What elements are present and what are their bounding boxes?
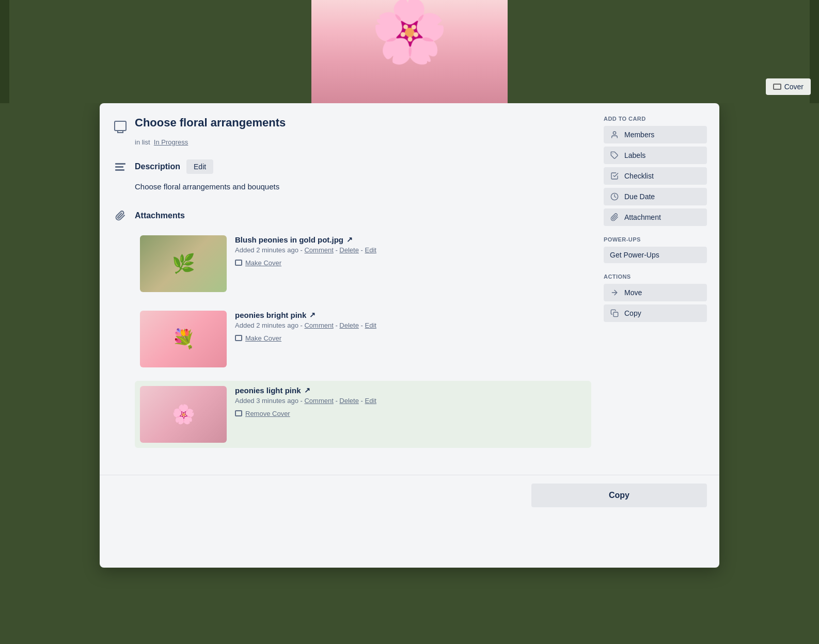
checklist-button[interactable]: Checklist [604, 167, 707, 185]
attachments-section: Attachments Blush peonies in gold pot.jp… [112, 207, 591, 448]
attachments-header: Attachments [112, 207, 591, 224]
checklist-label: Checklist [624, 172, 654, 180]
bg-left [0, 0, 9, 103]
external-link-icon-2: ↗ [309, 311, 316, 319]
monitor-small-icon [773, 84, 781, 90]
svg-rect-4 [613, 312, 618, 317]
external-link-icon-3: ↗ [304, 386, 310, 394]
edit-link-2[interactable]: Edit [365, 321, 376, 329]
description-icon [112, 158, 129, 175]
labels-label: Labels [624, 151, 645, 159]
edit-link-3[interactable]: Edit [365, 397, 376, 405]
attachment-info-1: Blush peonies in gold pot.jpg ↗ Added 2 … [235, 235, 586, 267]
comment-link-3[interactable]: Comment [304, 397, 333, 405]
attachment-sidebar-icon [610, 213, 619, 222]
comment-link-2[interactable]: Comment [304, 321, 333, 329]
actions-label: ACTIONS [604, 273, 707, 280]
attachment-button[interactable]: Attachment [604, 208, 707, 226]
modal-overlay: Cover Choose floral arrangements in list… [0, 0, 819, 644]
cover-button-label: Cover [784, 83, 804, 91]
modal-sidebar: ADD TO CARD Members [604, 116, 707, 462]
attachment-name-3: peonies light pink ↗ [235, 386, 586, 395]
make-cover-btn-1[interactable]: Make Cover [235, 259, 281, 267]
attachment-info-3: peonies light pink ↗ Added 3 minutes ago… [235, 386, 586, 417]
copy-button[interactable]: Copy [604, 304, 707, 322]
description-section: Description Edit Choose floral arrangeme… [112, 158, 591, 193]
card-type-icon [112, 118, 129, 134]
comment-link-1[interactable]: Comment [304, 246, 333, 254]
monitor-icon [114, 121, 127, 131]
attachment-label: Attachment [624, 213, 661, 221]
description-title: Description [135, 162, 180, 171]
edit-link-1[interactable]: Edit [365, 246, 376, 254]
cover-icon-3 [235, 410, 242, 416]
add-to-card-label: ADD TO CARD [604, 116, 707, 122]
copy-icon [610, 309, 619, 318]
remove-cover-btn-3[interactable]: Remove Cover [235, 410, 290, 417]
attachments-title: Attachments [135, 211, 185, 220]
delete-link-1[interactable]: Delete [339, 246, 359, 254]
get-power-ups-button[interactable]: Get Power-Ups [604, 247, 707, 263]
members-label: Members [624, 131, 654, 139]
label-icon [610, 151, 619, 160]
delete-link-2[interactable]: Delete [339, 321, 359, 329]
paperclip-icon [115, 211, 125, 221]
power-ups-label: POWER-UPS [604, 236, 707, 243]
attachment-name-1: Blush peonies in gold pot.jpg ↗ [235, 235, 586, 244]
attachment-name-2: peonies bright pink ↗ [235, 311, 586, 319]
move-button[interactable]: Move [604, 284, 707, 301]
members-button[interactable]: Members [604, 126, 707, 143]
list-name-link[interactable]: In Progress [154, 138, 188, 146]
cover-area: Cover [0, 0, 819, 103]
description-text: Choose floral arrangements and bouquets [135, 181, 591, 193]
card-title-area: Choose floral arrangements [112, 116, 591, 134]
attachment-info-2: peonies bright pink ↗ Added 2 minutes ag… [235, 311, 586, 342]
attachment-item: Blush peonies in gold pot.jpg ↗ Added 2 … [135, 230, 591, 297]
checklist-icon [610, 171, 619, 181]
cover-icon-1 [235, 260, 242, 266]
copy-big-button[interactable]: Copy [531, 484, 707, 507]
copy-sidebar-label: Copy [624, 309, 641, 317]
attachment-meta-3: Added 3 minutes ago - Comment - Delete -… [235, 397, 586, 405]
move-icon [610, 288, 619, 297]
make-cover-btn-2[interactable]: Make Cover [235, 334, 281, 342]
card-list-info: in list In Progress [135, 138, 591, 146]
modal-main: Choose floral arrangements in list In Pr… [112, 116, 604, 462]
description-header: Description Edit [112, 158, 591, 175]
attachment-thumb-1[interactable] [140, 235, 227, 292]
labels-button[interactable]: Labels [604, 147, 707, 164]
get-power-ups-label: Get Power-Ups [610, 251, 659, 259]
paperclip-svg [115, 210, 125, 221]
attachment-thumb-3[interactable] [140, 386, 227, 443]
edit-description-button[interactable]: Edit [186, 159, 213, 174]
bottom-copy-area: Copy [100, 475, 719, 516]
attachment-item-3: peonies light pink ↗ Added 3 minutes ago… [135, 381, 591, 448]
svg-point-0 [613, 132, 616, 134]
due-date-label: Due Date [624, 192, 655, 201]
attachment-meta-1: Added 2 minutes ago - Comment - Delete -… [235, 246, 586, 254]
cover-button[interactable]: Cover [766, 78, 811, 95]
modal-card: Choose floral arrangements in list In Pr… [100, 103, 719, 568]
external-link-icon-1: ↗ [346, 235, 353, 244]
due-date-button[interactable]: Due Date [604, 188, 707, 205]
modal-body: Choose floral arrangements in list In Pr… [100, 103, 719, 475]
attachments-icon [112, 207, 129, 224]
attachment-list: Blush peonies in gold pot.jpg ↗ Added 2 … [135, 230, 591, 448]
clock-icon [610, 192, 619, 201]
member-icon [610, 130, 619, 139]
in-list-prefix: in list [135, 138, 150, 146]
attachment-item-2: peonies bright pink ↗ Added 2 minutes ag… [135, 305, 591, 373]
lines-icon [115, 163, 125, 171]
move-label: Move [624, 288, 642, 297]
card-title: Choose floral arrangements [135, 116, 286, 131]
attachment-meta-2: Added 2 minutes ago - Comment - Delete -… [235, 321, 586, 329]
bg-right [810, 0, 819, 103]
cover-image [311, 0, 508, 103]
cover-icon-2 [235, 335, 242, 341]
attachment-thumb-2[interactable] [140, 311, 227, 367]
delete-link-3[interactable]: Delete [339, 397, 359, 405]
